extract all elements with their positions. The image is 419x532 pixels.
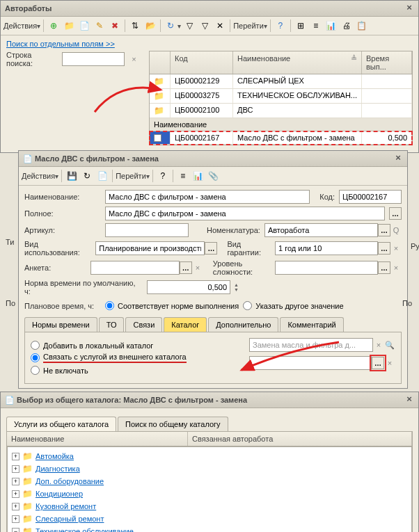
close-icon[interactable]: × bbox=[393, 154, 403, 163]
doc-icon: 📄 bbox=[23, 154, 33, 163]
expand-icon[interactable]: + bbox=[12, 478, 19, 485]
copy-icon[interactable]: 📄 bbox=[95, 169, 109, 183]
report-icon[interactable]: 📊 bbox=[324, 19, 338, 33]
lookup-button[interactable]: … bbox=[389, 207, 402, 220]
field-search-link[interactable]: Поиск по отдельным полям >> bbox=[6, 40, 115, 48]
help-icon[interactable]: ? bbox=[156, 169, 170, 183]
warr-input[interactable] bbox=[275, 241, 378, 255]
list-icon[interactable]: ≡ bbox=[309, 19, 323, 33]
tab-comment[interactable]: Комментарий bbox=[280, 317, 343, 332]
move-icon[interactable]: 📂 bbox=[143, 19, 157, 33]
tab-norms[interactable]: Нормы времени bbox=[24, 317, 97, 332]
col-time[interactable]: Время вып... bbox=[362, 51, 412, 74]
label-norm: Норма времени по умолчанию, ч: bbox=[24, 279, 143, 296]
radio-other[interactable]: Указать другое значение bbox=[243, 301, 343, 310]
export-icon[interactable]: 📋 bbox=[355, 19, 369, 33]
catalog-search-input[interactable] bbox=[249, 338, 373, 352]
radio-local[interactable]: Добавить в локальный каталог bbox=[31, 341, 235, 350]
print-icon[interactable]: 🖨 bbox=[340, 19, 354, 33]
window-title: Автоработы bbox=[5, 4, 52, 13]
save-icon[interactable]: 💾 bbox=[65, 169, 79, 183]
col-name[interactable]: Наименование bbox=[7, 432, 188, 446]
radio-external[interactable]: Связать с услугой из внешнего каталога bbox=[31, 353, 235, 363]
copy-icon[interactable]: 📄 bbox=[77, 19, 91, 33]
code-input[interactable] bbox=[339, 190, 402, 204]
table-row[interactable]: 📁 ЦБ00002100 ДВС bbox=[150, 104, 412, 118]
lookup-button[interactable]: … bbox=[378, 224, 390, 236]
usage-input[interactable] bbox=[95, 241, 205, 255]
expand-icon[interactable]: + bbox=[12, 453, 19, 460]
close-icon[interactable]: × bbox=[404, 3, 414, 13]
tree-node[interactable]: +📁Диагностика bbox=[10, 462, 409, 475]
nomen-input[interactable] bbox=[264, 223, 378, 237]
filter2-icon[interactable]: ▽ bbox=[198, 19, 212, 33]
tab-services[interactable]: Услуги из общего каталога bbox=[6, 417, 116, 431]
expand-icon[interactable]: + bbox=[12, 490, 19, 498]
goto-menu[interactable]: Перейти bbox=[233, 22, 264, 30]
lookup-button[interactable]: … bbox=[205, 242, 217, 255]
tree-node[interactable]: +📁Доп. оборудование bbox=[10, 475, 409, 487]
tab-search[interactable]: Поиск по общему каталогу bbox=[118, 417, 228, 431]
expand-icon[interactable]: + bbox=[12, 515, 19, 523]
table-row-selected[interactable]: − ЦБ00002167 Масло ДВС с фильтром - заме… bbox=[150, 131, 412, 145]
radio-norm[interactable]: Соответствует норме выполнения bbox=[105, 301, 239, 310]
list-icon[interactable]: ≡ bbox=[176, 169, 190, 183]
external-service-input[interactable] bbox=[249, 356, 372, 370]
tree-node[interactable]: +📁Кондиционер bbox=[10, 487, 409, 500]
col-linked[interactable]: Связанная авторабота bbox=[188, 432, 412, 446]
clear-icon[interactable]: × bbox=[373, 341, 384, 349]
actions-menu[interactable]: Действия bbox=[3, 22, 37, 30]
search-input[interactable] bbox=[62, 52, 125, 66]
tab-links[interactable]: Связи bbox=[125, 317, 162, 332]
clear-filter-icon[interactable]: ✕ bbox=[213, 19, 227, 33]
filter-icon[interactable]: ▽ bbox=[182, 19, 196, 33]
expand-icon[interactable]: + bbox=[12, 465, 19, 473]
clear-icon[interactable]: × bbox=[390, 244, 402, 252]
lookup-button-highlighted[interactable]: … bbox=[372, 357, 384, 369]
add-folder-icon[interactable]: 📁 bbox=[62, 19, 76, 33]
add-icon[interactable]: ⊕ bbox=[47, 19, 61, 33]
radio-skip[interactable]: Не включать bbox=[31, 366, 235, 375]
col-code[interactable]: Код bbox=[171, 51, 233, 74]
norm-input[interactable] bbox=[147, 280, 230, 294]
collapse-icon[interactable]: − bbox=[12, 528, 19, 533]
settings-icon[interactable]: ⊞ bbox=[294, 19, 308, 33]
lookup-button[interactable]: … bbox=[378, 242, 390, 255]
attach-icon[interactable]: 📎 bbox=[207, 169, 221, 183]
clear-icon[interactable]: × bbox=[384, 359, 395, 367]
close-icon[interactable]: × bbox=[404, 395, 414, 405]
help-icon[interactable]: ? bbox=[274, 19, 287, 33]
expand-icon[interactable]: + bbox=[12, 503, 19, 510]
clear-icon[interactable]: × bbox=[192, 264, 203, 272]
hierarchy-icon[interactable]: ⇅ bbox=[128, 19, 142, 33]
clear-icon[interactable]: Q bbox=[390, 226, 402, 234]
full-input[interactable] bbox=[105, 207, 385, 220]
tab-to[interactable]: ТО bbox=[99, 317, 125, 332]
delete-icon[interactable]: ✖ bbox=[108, 19, 122, 33]
lookup-button[interactable]: … bbox=[378, 261, 390, 274]
name-input[interactable] bbox=[105, 190, 310, 204]
report-icon[interactable]: 📊 bbox=[191, 169, 205, 183]
refresh-icon[interactable]: ↻ bbox=[80, 169, 94, 183]
clear-search-icon[interactable]: × bbox=[129, 55, 139, 63]
article-input[interactable] bbox=[105, 223, 189, 237]
level-input[interactable] bbox=[275, 261, 378, 275]
lookup-button[interactable]: … bbox=[180, 261, 192, 274]
table-row[interactable]: 📁 ЦБ00003275 ТЕХНИЧЕСКОЕ ОБСЛУЖИВАН... bbox=[150, 89, 412, 104]
tree-node[interactable]: +📁Кузовной ремонт bbox=[10, 500, 409, 513]
col-name[interactable]: Наименование bbox=[237, 54, 290, 71]
edit-icon[interactable]: ✎ bbox=[93, 19, 106, 33]
tab-catalog[interactable]: Каталог bbox=[164, 317, 207, 332]
clear-icon[interactable]: × bbox=[390, 264, 402, 272]
tab-additional[interactable]: Дополнительно bbox=[208, 317, 278, 332]
table-row[interactable]: 📁 ЦБ00002129 СЛЕСАРНЫЙ ЦЕХ bbox=[150, 74, 412, 89]
search-icon[interactable]: 🔍 bbox=[384, 341, 395, 350]
folder-icon: 📁 bbox=[154, 106, 164, 115]
tree-node[interactable]: +📁Слесарный ремонт bbox=[10, 513, 409, 525]
anketa-input[interactable] bbox=[90, 261, 180, 275]
refresh-icon[interactable]: ↻ bbox=[164, 19, 177, 33]
tree-node-expanded[interactable]: −📁Техническое обслуживание bbox=[10, 525, 409, 532]
actions-menu[interactable]: Действия bbox=[22, 172, 55, 180]
tree-node[interactable]: +📁Автомойка bbox=[10, 450, 409, 462]
goto-menu[interactable]: Перейти bbox=[116, 172, 146, 180]
